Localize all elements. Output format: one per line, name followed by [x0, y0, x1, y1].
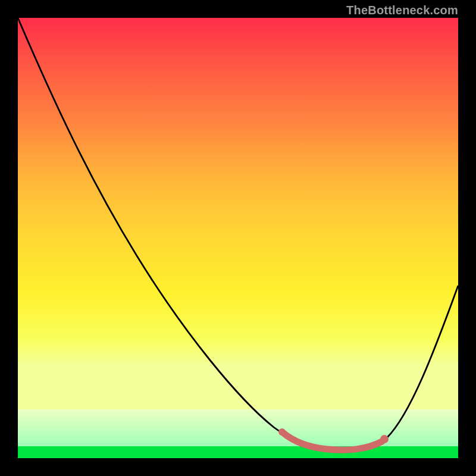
bottleneck-curve-path: [18, 18, 458, 450]
curve-svg: [18, 18, 458, 458]
optimal-band-end-dot: [380, 435, 389, 443]
attribution-label: TheBottleneck.com: [346, 4, 458, 17]
plot-area: [18, 18, 458, 458]
optimal-band-start-dot: [278, 428, 286, 436]
optimal-band-path: [282, 432, 382, 450]
chart-container: TheBottleneck.com: [0, 0, 476, 476]
